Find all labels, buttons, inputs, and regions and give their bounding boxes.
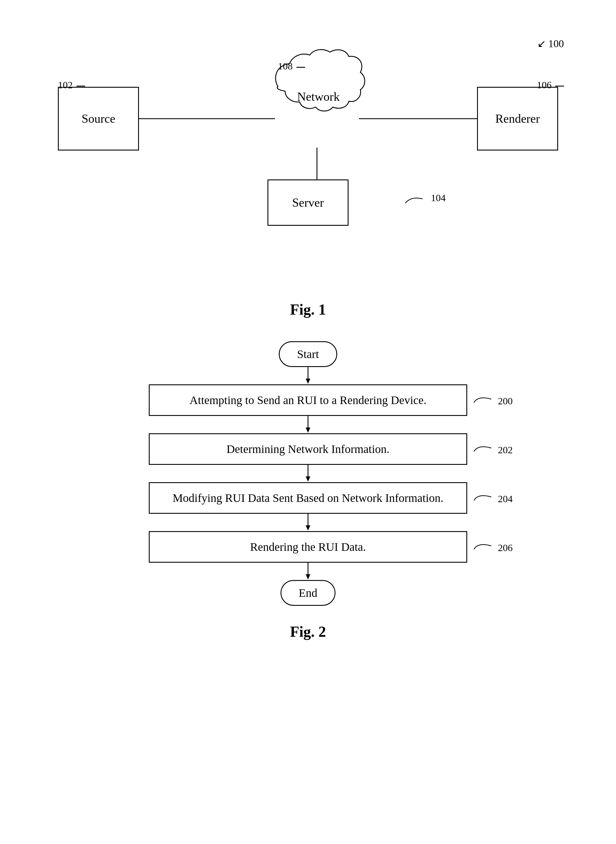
source-box: Source (58, 87, 139, 151)
fig1-caption: Fig. 1 (23, 301, 593, 318)
svg-marker-4 (306, 379, 310, 384)
ref-104: 104 (402, 192, 446, 205)
arrow-1 (302, 367, 314, 384)
flowchart: Start Attempting to Send an RUI to a Ren… (23, 341, 593, 606)
arrow-svg-4 (302, 514, 314, 531)
arrow-2 (302, 416, 314, 433)
fig1-svg (23, 35, 593, 295)
svg-marker-8 (306, 476, 310, 482)
ref-curve-206 (472, 541, 496, 551)
ref-curve-200 (472, 394, 496, 404)
server-label: Server (292, 196, 324, 210)
arrow-svg-3 (302, 465, 314, 482)
flow-box-204: Modifying RUI Data Sent Based on Network… (149, 482, 467, 514)
flow-start: Start (279, 341, 337, 367)
ref-curve-204 (472, 492, 496, 502)
svg-marker-10 (306, 525, 310, 530)
svg-marker-6 (306, 428, 310, 433)
fig2-caption: Fig. 2 (23, 623, 593, 640)
arrow-5 (302, 563, 314, 580)
arrow-svg-1 (302, 367, 314, 384)
flow-box-202: Determining Network Information. 202 (149, 433, 467, 465)
flow-end: End (280, 580, 336, 606)
flow-ref-200: 200 (472, 394, 513, 407)
arrow-svg-2 (302, 416, 314, 433)
arrow-4 (302, 514, 314, 531)
fig1-diagram: ↙ 100 Source Network Renderer (23, 35, 593, 295)
arrow-svg-5 (302, 563, 314, 580)
source-label: Source (82, 112, 116, 126)
page: ↙ 100 Source Network Renderer (0, 0, 616, 844)
ref-106: 106 (537, 80, 564, 91)
fig2-container: Start Attempting to Send an RUI to a Ren… (23, 341, 593, 640)
flow-row-206: Rendering the RUI Data. 206 (149, 531, 467, 563)
flow-row-204: Modifying RUI Data Sent Based on Network… (149, 482, 467, 514)
arrow-3 (302, 465, 314, 482)
flow-ref-204: 204 (472, 492, 513, 504)
renderer-box: Renderer (477, 87, 558, 151)
flow-box-200: Attempting to Send an RUI to a Rendering… (149, 384, 467, 416)
ref-104-curve (402, 193, 428, 205)
flow-row-202: Determining Network Information. 202 (149, 433, 467, 465)
flow-ref-206: 206 (472, 541, 513, 553)
flow-box-206: Rendering the RUI Data. 206 (149, 531, 467, 563)
renderer-label: Renderer (495, 112, 540, 126)
server-box: Server (267, 179, 349, 226)
ref-108: 108 (278, 61, 305, 72)
svg-marker-12 (306, 574, 310, 579)
ref-102: 102 (58, 80, 85, 91)
flow-row-200: Attempting to Send an RUI to a Rendering… (149, 384, 467, 416)
flow-ref-202: 202 (472, 443, 513, 456)
ref-curve-202 (472, 443, 496, 453)
